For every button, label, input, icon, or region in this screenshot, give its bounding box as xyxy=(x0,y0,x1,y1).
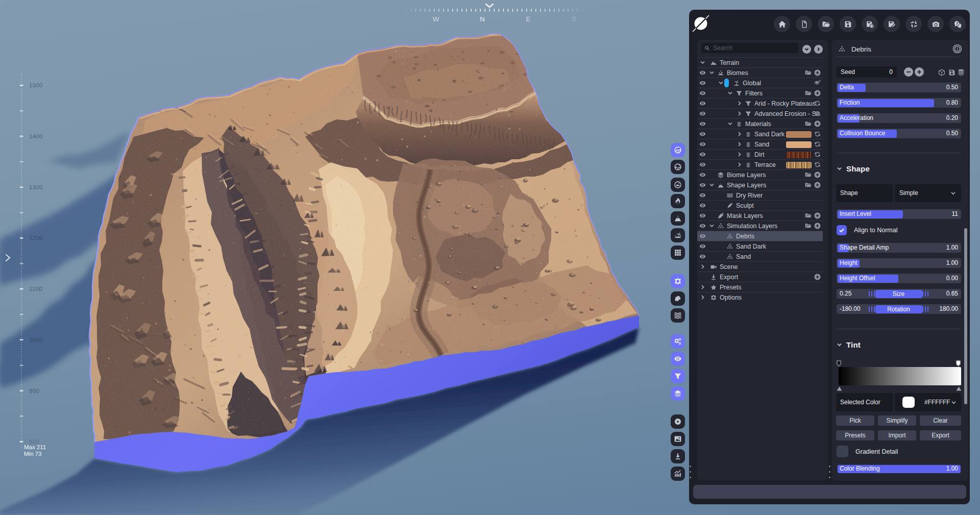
chevron-down-icon[interactable] xyxy=(708,69,715,76)
range-slider-handle[interactable]: Rotation xyxy=(875,305,922,313)
eye-visibility-toggle[interactable] xyxy=(697,79,708,87)
slider-insert-level[interactable]: Insert Level11 xyxy=(837,209,961,219)
eye-visibility-toggle[interactable] xyxy=(697,89,708,97)
selected-color-picker[interactable]: #FFFFFF xyxy=(895,393,961,411)
eye-visibility-toggle[interactable] xyxy=(697,242,708,250)
terrain-view-2-button[interactable] xyxy=(671,160,685,174)
chevron-right-icon[interactable] xyxy=(736,151,743,158)
tree-row-export[interactable]: Export xyxy=(697,272,823,282)
terrain-mode-button[interactable] xyxy=(671,143,685,157)
water-toggle-button[interactable] xyxy=(671,308,685,323)
material-swatch-sand[interactable] xyxy=(786,141,812,148)
clear-button[interactable]: Clear xyxy=(920,415,961,426)
app-logo[interactable] xyxy=(691,14,710,33)
add-button[interactable] xyxy=(814,273,821,281)
save-edit-button[interactable] xyxy=(884,16,900,32)
slider-friction[interactable]: Friction0.80 xyxy=(837,98,961,108)
folder-icon[interactable] xyxy=(804,89,812,97)
folder-icon[interactable] xyxy=(804,171,812,179)
new-file-button[interactable] xyxy=(796,16,812,32)
collapse-all-button[interactable] xyxy=(802,45,811,54)
refresh-button[interactable] xyxy=(814,100,821,107)
tree-row-debris[interactable]: Debris xyxy=(697,231,823,241)
eye-visibility-toggle[interactable] xyxy=(697,120,708,128)
tree-row-options[interactable]: Options xyxy=(697,292,823,302)
folder-icon[interactable] xyxy=(804,120,812,128)
chevron-down-icon[interactable] xyxy=(697,59,708,66)
seed-input[interactable]: Seed 0 xyxy=(837,66,897,78)
add-button[interactable] xyxy=(814,212,821,219)
tree-row-dry-river[interactable]: Dry River xyxy=(697,190,823,200)
tree-row-materials[interactable]: Materials xyxy=(697,118,823,129)
slider-collision-bounce[interactable]: Collision Bounce0.50 xyxy=(837,129,961,138)
eye-visibility-toggle[interactable] xyxy=(697,110,708,117)
export-button[interactable]: Export xyxy=(920,430,961,440)
visibility-toggle-button[interactable] xyxy=(671,352,685,366)
seed-increment-button[interactable] xyxy=(915,67,924,77)
island-mode-button[interactable] xyxy=(671,228,685,242)
auto-process-toggle-button[interactable] xyxy=(671,334,685,349)
tint-gradient-bar[interactable] xyxy=(839,367,961,385)
slider-color-blending[interactable]: Color Blending1.00 xyxy=(837,464,961,474)
material-swatch-sand-dark[interactable] xyxy=(786,131,812,138)
shape-section-header[interactable]: Shape xyxy=(837,164,870,173)
tree-row-terrace[interactable]: Terrace xyxy=(697,159,823,169)
eye-visibility-toggle[interactable] xyxy=(697,191,708,199)
info-icon[interactable] xyxy=(952,44,962,54)
folder-icon[interactable] xyxy=(804,181,812,189)
slider-height-offset[interactable]: Height Offset0.00 xyxy=(837,274,961,283)
chevron-right-icon[interactable] xyxy=(736,161,743,168)
folder-icon[interactable] xyxy=(804,212,812,219)
chevron-down-icon[interactable] xyxy=(726,90,733,96)
tree-row-sand[interactable]: Sand xyxy=(697,139,823,149)
chevron-right-icon[interactable] xyxy=(736,110,743,117)
eye-visibility-toggle[interactable] xyxy=(697,232,708,240)
erosion-mode-button[interactable] xyxy=(671,194,685,208)
panel-resize-handle-left[interactable] xyxy=(690,465,692,482)
simplify-button[interactable]: Simplify xyxy=(878,415,916,426)
eye-visibility-toggle[interactable] xyxy=(697,151,708,158)
chevron-down-icon[interactable] xyxy=(717,80,724,86)
refresh-button[interactable] xyxy=(814,161,821,168)
tree-row-mask-layers[interactable]: Mask Layers xyxy=(697,210,823,220)
clouds-toggle-button[interactable] xyxy=(671,291,685,306)
add-button[interactable] xyxy=(814,181,821,189)
chevron-right-icon[interactable] xyxy=(697,284,708,290)
gradient-range-left-handle[interactable] xyxy=(837,386,842,391)
folder-icon[interactable] xyxy=(804,69,812,77)
tree-row-filters[interactable]: Filters xyxy=(697,88,823,98)
search-input[interactable]: Search xyxy=(701,43,798,53)
screenshot-button[interactable] xyxy=(927,16,944,32)
seed-decrement-button[interactable] xyxy=(904,67,913,77)
tree-row-biome-layers[interactable]: Biome Layers xyxy=(697,169,823,180)
tint-section-header[interactable]: Tint xyxy=(837,340,861,349)
range-slider-size[interactable]: 0.25Size0.65 xyxy=(837,289,961,299)
tree-row-arid-rocky-plateaus[interactable]: Arid - Rocky Plateaus xyxy=(697,98,823,108)
eye-visibility-toggle[interactable] xyxy=(697,161,708,168)
presets-button[interactable]: Presets xyxy=(836,430,874,440)
gradient-stop-black[interactable] xyxy=(837,360,841,366)
tree-row-scene[interactable]: Scene xyxy=(697,261,823,272)
chevron-right-icon[interactable] xyxy=(736,100,743,107)
color-swatch[interactable] xyxy=(902,397,915,408)
chevron-right-icon[interactable] xyxy=(736,141,743,148)
tree-row-biomes[interactable]: Biomes xyxy=(697,67,823,78)
tree-row-shape-layers[interactable]: Shape Layers xyxy=(697,180,823,190)
range-slider-handle[interactable]: Size xyxy=(875,290,922,298)
add-button[interactable] xyxy=(814,89,821,97)
eye-visibility-toggle[interactable] xyxy=(697,69,708,77)
tree-row-global[interactable]: Global xyxy=(697,78,823,88)
eye-visibility-toggle[interactable] xyxy=(697,253,708,260)
save-as-button[interactable] xyxy=(862,16,878,32)
lighting-settings-button[interactable] xyxy=(671,274,685,288)
chevron-down-icon[interactable] xyxy=(708,223,715,229)
reload-button[interactable] xyxy=(905,16,922,32)
save-seed-icon[interactable] xyxy=(948,68,956,77)
import-button[interactable]: Import xyxy=(878,430,916,440)
range-slider-rotation[interactable]: -180.00Rotation180.00 xyxy=(837,304,961,314)
tree-row-sand[interactable]: Sand xyxy=(697,251,823,261)
eye-visibility-toggle[interactable] xyxy=(697,171,708,179)
slider-acceleration[interactable]: Acceleration0.20 xyxy=(837,113,961,123)
chevron-right-icon[interactable] xyxy=(697,294,708,301)
panel-resize-handle-middle[interactable] xyxy=(829,465,831,482)
